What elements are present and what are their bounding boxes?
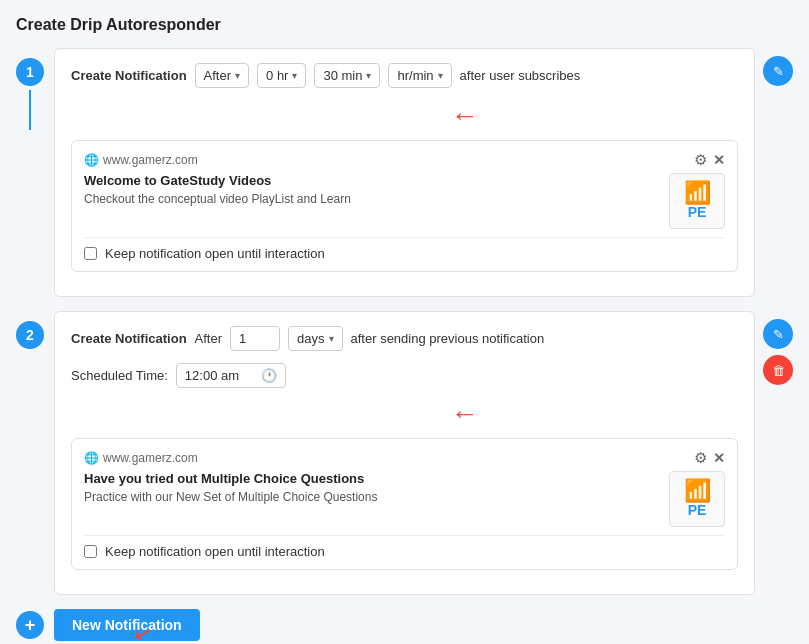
step-1-keep-row: Keep notification open until interaction bbox=[84, 237, 725, 261]
step-1-unit-dropdown[interactable]: hr/min ▾ bbox=[388, 63, 451, 88]
step-1-right-btns: ✎ bbox=[763, 48, 793, 86]
step-2-scheduled-label: Scheduled Time: bbox=[71, 368, 168, 383]
step-1-line bbox=[29, 90, 31, 130]
step-1-row: 1 Create Notification After ▾ 0 hr ▾ 30 … bbox=[16, 48, 793, 297]
step-1-keep-label: Keep notification open until interaction bbox=[105, 246, 325, 261]
wifi-icon: 📶 bbox=[684, 182, 711, 204]
new-notification-row: + New Notification bbox=[16, 609, 200, 641]
chevron-down-icon: ▾ bbox=[329, 333, 334, 344]
step-1-settings-button[interactable]: ⚙ bbox=[694, 151, 707, 169]
chevron-down-icon: ▾ bbox=[366, 70, 371, 81]
step-2-days-input[interactable] bbox=[230, 326, 280, 351]
step-2-after-label: After bbox=[195, 331, 222, 346]
step-2-right-btns: ✎ 🗑 bbox=[763, 311, 793, 385]
step-1-create-label: Create Notification bbox=[71, 68, 187, 83]
step-2-notif-url: 🌐 www.gamerz.com bbox=[84, 451, 198, 465]
step-1-min-dropdown[interactable]: 30 min ▾ bbox=[314, 63, 380, 88]
step-2-keep-checkbox[interactable] bbox=[84, 545, 97, 558]
step-2-notif-image: 📶 PE bbox=[669, 471, 725, 527]
step-1-hr-dropdown[interactable]: 0 hr ▾ bbox=[257, 63, 306, 88]
step-1-pe-label: PE bbox=[688, 204, 707, 220]
globe-icon: 🌐 bbox=[84, 451, 99, 465]
step-2-settings-button[interactable]: ⚙ bbox=[694, 449, 707, 467]
clock-icon: 🕐 bbox=[261, 368, 277, 383]
step-2-circle: 2 bbox=[16, 321, 44, 349]
step-1-suffix: after user subscribes bbox=[460, 68, 581, 83]
new-notification-button[interactable]: New Notification bbox=[54, 609, 200, 641]
step-2-time-input[interactable] bbox=[185, 368, 255, 383]
bottom-actions: + New Notification ↙ 📋 Create Drip Autor… bbox=[16, 609, 793, 644]
step-1-circle: 1 bbox=[16, 58, 44, 86]
step-1-after-dropdown[interactable]: After ▾ bbox=[195, 63, 249, 88]
wifi-icon-2: 📶 bbox=[684, 480, 711, 502]
step-2-keep-label: Keep notification open until interaction bbox=[105, 544, 325, 559]
chevron-down-icon: ▾ bbox=[292, 70, 297, 81]
step-1-notif-text: Welcome to GateStudy Videos Checkout the… bbox=[84, 173, 659, 208]
step-1-notif-image: 📶 PE bbox=[669, 173, 725, 229]
step-2-header: Create Notification After days ▾ after s… bbox=[71, 326, 738, 351]
chevron-down-icon: ▾ bbox=[235, 70, 240, 81]
step-1-keep-checkbox[interactable] bbox=[84, 247, 97, 260]
step-2-notif-title: Have you tried out Multiple Choice Quest… bbox=[84, 471, 659, 486]
step-1-card: Create Notification After ▾ 0 hr ▾ 30 mi… bbox=[54, 48, 755, 297]
step-2-keep-row: Keep notification open until interaction bbox=[84, 535, 725, 559]
step-2-suffix: after sending previous notification bbox=[351, 331, 545, 346]
page-title: Create Drip Autoresponder bbox=[16, 16, 793, 34]
step-2-close-button[interactable]: ✕ bbox=[713, 450, 725, 466]
step-1-header: Create Notification After ▾ 0 hr ▾ 30 mi… bbox=[71, 63, 738, 88]
step-2-arrow: ← bbox=[191, 398, 738, 430]
step-2-notif-desc: Practice with our New Set of Multiple Ch… bbox=[84, 489, 659, 506]
globe-icon: 🌐 bbox=[84, 153, 99, 167]
step-2-time-wrapper: 🕐 bbox=[176, 363, 286, 388]
step-2-create-label: Create Notification bbox=[71, 331, 187, 346]
step-1-arrow: ← bbox=[191, 100, 738, 132]
step-2-card: Create Notification After days ▾ after s… bbox=[54, 311, 755, 595]
step-2-row: 2 Create Notification After days ▾ after… bbox=[16, 311, 793, 595]
step-1-notif-url: 🌐 www.gamerz.com bbox=[84, 153, 198, 167]
step-2-notification: 🌐 www.gamerz.com ⚙ ✕ Have you tried out … bbox=[71, 438, 738, 570]
step-1-notif-desc: Checkout the conceptual video PlayList a… bbox=[84, 191, 659, 208]
chevron-down-icon: ▾ bbox=[438, 70, 443, 81]
step-2-notif-text: Have you tried out Multiple Choice Quest… bbox=[84, 471, 659, 506]
step-1-close-button[interactable]: ✕ bbox=[713, 152, 725, 168]
step-1-notification: 🌐 www.gamerz.com ⚙ ✕ Welcome to GateStud… bbox=[71, 140, 738, 272]
step-2-days-dropdown[interactable]: days ▾ bbox=[288, 326, 342, 351]
step-2-pe-label: PE bbox=[688, 502, 707, 518]
step-1-notif-title: Welcome to GateStudy Videos bbox=[84, 173, 659, 188]
step-2-scheduled-row: Scheduled Time: 🕐 bbox=[71, 363, 738, 388]
step-1-edit-button[interactable]: ✎ bbox=[763, 56, 793, 86]
plus-button[interactable]: + bbox=[16, 611, 44, 639]
step-2-delete-button[interactable]: 🗑 bbox=[763, 355, 793, 385]
step-2-edit-button[interactable]: ✎ bbox=[763, 319, 793, 349]
